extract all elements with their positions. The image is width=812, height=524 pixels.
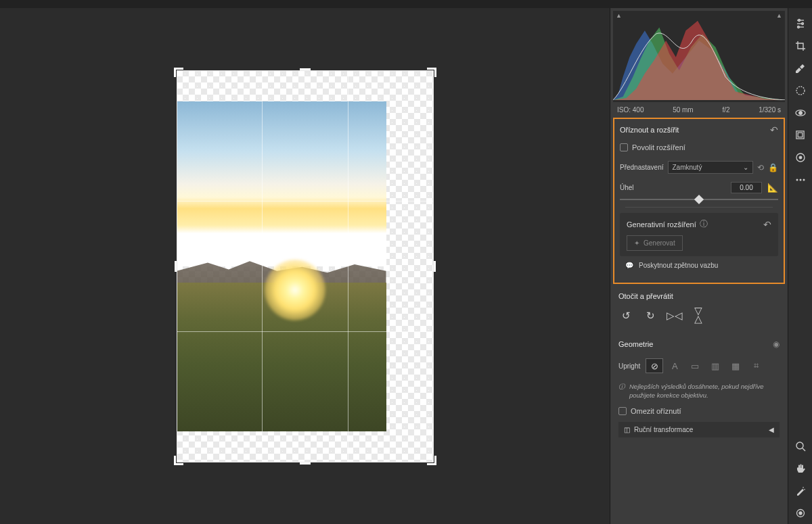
feedback-link[interactable]: 💬 Poskytnout zpětnou vazbu: [620, 256, 778, 276]
more-icon[interactable]: [788, 168, 813, 191]
canvas-area[interactable]: [0, 8, 610, 524]
manual-transform-label: Ruční transformace: [634, 426, 693, 433]
zoom-icon[interactable]: [788, 435, 813, 457]
preset-value: Zamknutý: [673, 164, 702, 171]
upright-label: Upright: [618, 362, 640, 370]
crop-handle-br[interactable]: [427, 456, 436, 465]
hand-icon[interactable]: [788, 457, 813, 479]
svg-point-8: [798, 111, 802, 114]
constrain-crop-label: Omezit oříznutí: [631, 407, 681, 415]
exif-focal: 50 mm: [673, 106, 694, 114]
gen-title: Generativní rozšíření: [627, 220, 696, 229]
angle-input[interactable]: [731, 182, 762, 193]
preset-label: Přednastavení: [620, 164, 664, 171]
svg-point-16: [796, 442, 803, 449]
crop-handle-left[interactable]: [175, 261, 177, 272]
toolstrip: [788, 8, 812, 524]
settings-icon[interactable]: [788, 502, 813, 524]
rotate-panel: Otočit a převrátit ↺ ↻ ▷◁ ▷◁: [613, 287, 785, 331]
upright-off-button[interactable]: ⊘: [646, 358, 663, 373]
histogram[interactable]: ▲ ▲: [613, 11, 785, 102]
upright-auto-button[interactable]: A: [666, 358, 683, 373]
generative-expand-box: Generativní rozšíření ⓘ ↶ ✦ Generovat: [620, 213, 778, 256]
right-panel: ▲ ▲ ISO: 400 50 mm f/2 1/320 s Oříznout …: [610, 8, 788, 524]
svg-rect-9: [796, 131, 804, 139]
wand-icon[interactable]: [788, 479, 813, 502]
healing-icon[interactable]: [788, 57, 813, 79]
checkbox-icon: [620, 143, 628, 151]
feedback-label: Poskytnout zpětnou vazbu: [639, 262, 718, 269]
adjust-icon[interactable]: [788, 12, 813, 34]
manual-transform-button[interactable]: ◫ Ruční transformace ◀: [618, 422, 780, 437]
info-icon: ⓘ: [618, 383, 625, 400]
visibility-icon[interactable]: ◉: [773, 339, 780, 349]
svg-point-14: [799, 178, 801, 181]
angle-slider[interactable]: [620, 199, 778, 200]
exif-iso: ISO: 400: [617, 106, 644, 114]
upright-level-button[interactable]: ▭: [686, 358, 704, 373]
svg-point-6: [796, 87, 805, 95]
svg-rect-10: [798, 133, 803, 137]
crop-icon[interactable]: [788, 34, 813, 57]
straighten-icon[interactable]: 📐: [767, 183, 778, 193]
geometry-panel: Geometrie ◉ Upright ⊘ A ▭ ▥ ▦ ⌗ ⓘNejlepš…: [613, 334, 785, 440]
svg-line-17: [803, 448, 805, 451]
upright-vertical-button[interactable]: ▥: [706, 358, 724, 373]
lock-icon[interactable]: 🔒: [768, 163, 778, 172]
crop-handle-tl[interactable]: [174, 68, 183, 77]
reset-icon[interactable]: ↶: [770, 124, 778, 135]
swap-orientation-icon[interactable]: ⟲: [757, 163, 764, 172]
crop-handle-bottom[interactable]: [300, 462, 311, 465]
presets-icon[interactable]: [788, 124, 813, 146]
versions-icon[interactable]: [788, 146, 813, 168]
sparkle-icon: ✦: [634, 239, 639, 247]
slider-thumb[interactable]: [694, 195, 704, 204]
svg-point-12: [799, 156, 802, 159]
geometry-hint: Nejlepších výsledků dosáhnete, pokud nej…: [629, 383, 780, 400]
transform-icon: ◫: [624, 426, 630, 433]
generate-label: Generovat: [644, 239, 675, 247]
generate-button[interactable]: ✦ Generovat: [627, 235, 683, 251]
svg-point-15: [803, 178, 805, 181]
redeye-icon[interactable]: [788, 101, 813, 124]
exif-aperture: f/2: [722, 106, 729, 114]
exif-readout: ISO: 400 50 mm f/2 1/320 s: [610, 105, 788, 118]
crop-frame[interactable]: [177, 70, 434, 462]
rotate-cw-button[interactable]: ↻: [643, 308, 658, 323]
mask-icon[interactable]: [788, 79, 813, 101]
crop-handle-bl[interactable]: [174, 456, 183, 465]
preset-select[interactable]: Zamknutý ⌄: [668, 161, 754, 174]
crop-panel-title: Oříznout a rozšířit: [620, 126, 679, 134]
constrain-crop-checkbox[interactable]: Omezit oříznutí: [613, 407, 785, 422]
svg-point-19: [799, 512, 802, 515]
upright-guided-button[interactable]: ⌗: [747, 358, 765, 373]
allow-expand-label: Povolit rozšíření: [632, 143, 685, 151]
angle-label: Úhel: [620, 184, 634, 191]
checkbox-icon: [618, 407, 627, 415]
crop-handle-tr[interactable]: [427, 68, 436, 77]
upright-full-button[interactable]: ▦: [727, 358, 744, 373]
rotate-ccw-button[interactable]: ↺: [618, 308, 633, 323]
allow-expand-checkbox[interactable]: Povolit rozšíření: [620, 141, 778, 158]
crop-border: [177, 70, 434, 462]
rotate-panel-title: Otočit a převrátit: [618, 292, 673, 300]
flip-horizontal-button[interactable]: ▷◁: [667, 308, 682, 323]
chat-icon: 💬: [625, 262, 633, 269]
svg-point-13: [796, 178, 798, 181]
gen-reset-icon[interactable]: ↶: [763, 219, 771, 230]
exif-shutter: 1/320 s: [759, 106, 781, 114]
expand-icon: ◀: [769, 426, 774, 433]
geometry-title: Geometrie: [618, 340, 653, 348]
info-icon[interactable]: ⓘ: [700, 218, 708, 230]
flip-vertical-button[interactable]: ▷◁: [692, 308, 706, 323]
crop-panel: Oříznout a rozšířit ↶ Povolit rozšíření …: [613, 118, 785, 284]
crop-handle-top[interactable]: [300, 68, 311, 70]
crop-handle-right[interactable]: [434, 261, 436, 272]
chevron-down-icon: ⌄: [743, 164, 748, 171]
